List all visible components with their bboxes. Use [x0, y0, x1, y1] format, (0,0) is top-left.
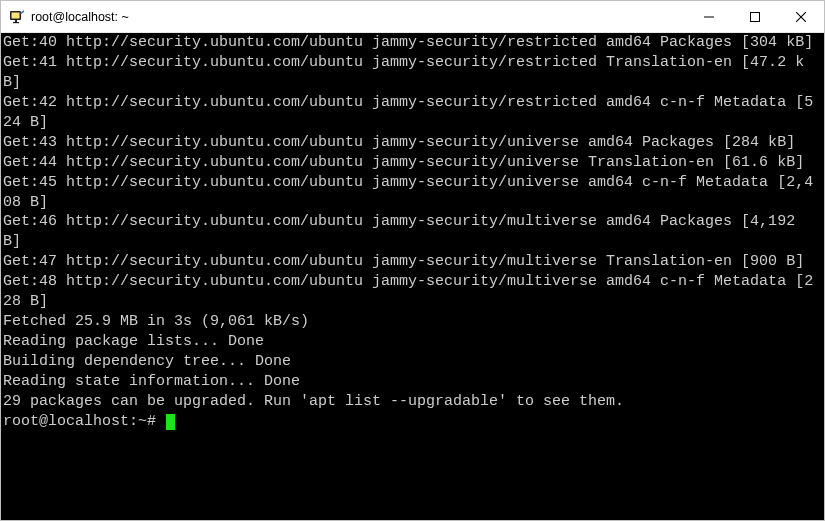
terminal-line: 29 packages can be upgraded. Run 'apt li… — [3, 392, 822, 412]
app-window: root@localhost: ~ Get:40 http://security… — [0, 0, 825, 521]
cursor-icon — [166, 414, 175, 430]
svg-rect-5 — [751, 12, 760, 21]
terminal-line: Get:48 http://security.ubuntu.com/ubuntu… — [3, 272, 822, 312]
terminal-line: Get:40 http://security.ubuntu.com/ubuntu… — [3, 33, 822, 53]
svg-rect-1 — [12, 12, 20, 18]
window-title: root@localhost: ~ — [31, 10, 129, 24]
maximize-button[interactable] — [732, 1, 778, 32]
shell-prompt: root@localhost:~# — [3, 413, 165, 430]
terminal-line: Get:42 http://security.ubuntu.com/ubuntu… — [3, 93, 822, 133]
putty-icon — [9, 9, 25, 25]
terminal-line: Get:44 http://security.ubuntu.com/ubuntu… — [3, 153, 822, 173]
window-controls — [686, 1, 824, 32]
svg-rect-3 — [13, 22, 19, 23]
close-button[interactable] — [778, 1, 824, 32]
terminal-viewport[interactable]: Get:40 http://security.ubuntu.com/ubuntu… — [1, 33, 824, 520]
svg-rect-2 — [15, 20, 17, 22]
terminal-line: Reading package lists... Done — [3, 332, 822, 352]
terminal-line: Building dependency tree... Done — [3, 352, 822, 372]
terminal-line: Fetched 25.9 MB in 3s (9,061 kB/s) — [3, 312, 822, 332]
minimize-button[interactable] — [686, 1, 732, 32]
terminal-line: Reading state information... Done — [3, 372, 822, 392]
titlebar[interactable]: root@localhost: ~ — [1, 1, 824, 33]
terminal-line: Get:45 http://security.ubuntu.com/ubuntu… — [3, 173, 822, 213]
terminal-line: Get:46 http://security.ubuntu.com/ubuntu… — [3, 212, 822, 252]
terminal-line: Get:43 http://security.ubuntu.com/ubuntu… — [3, 133, 822, 153]
terminal-prompt-line[interactable]: root@localhost:~# — [3, 412, 822, 432]
terminal-line: Get:41 http://security.ubuntu.com/ubuntu… — [3, 53, 822, 93]
terminal-line: Get:47 http://security.ubuntu.com/ubuntu… — [3, 252, 822, 272]
